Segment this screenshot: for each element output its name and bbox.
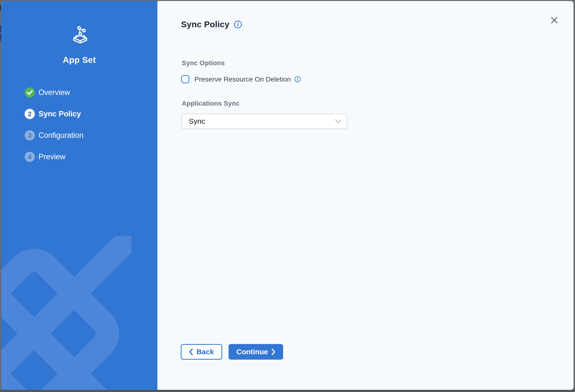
step-number: 4 [24, 152, 35, 162]
step-label: Preview [39, 152, 65, 161]
info-icon[interactable] [294, 76, 301, 83]
step-sync-policy[interactable]: 2 Sync Policy [24, 109, 83, 119]
sync-options-label: Sync Options [182, 59, 225, 67]
continue-button[interactable]: Continue [229, 344, 283, 360]
chevron-down-icon [335, 119, 341, 123]
preserve-resource-row: Preserve Resource On Deletion [181, 75, 301, 83]
page-title: Sync Policy [181, 20, 230, 29]
close-icon[interactable] [550, 16, 559, 25]
chevron-right-icon [271, 349, 275, 355]
step-label: Sync Policy [39, 110, 81, 118]
step-label: Overview [39, 88, 70, 97]
page-title-row: Sync Policy [181, 20, 242, 29]
back-button-label: Back [196, 348, 214, 356]
appset-git-box-icon [71, 25, 89, 45]
applications-sync-select-value: Sync [189, 117, 335, 125]
step-overview[interactable]: Overview [24, 87, 83, 98]
continue-button-label: Continue [236, 348, 268, 356]
back-button[interactable]: Back [181, 344, 222, 360]
step-number: 3 [24, 130, 35, 140]
applications-sync-label: Applications Sync [182, 100, 240, 107]
wizard-footer: Back Continue [181, 344, 283, 360]
wizard-sidebar: App Set Overview 2 Sync Policy 3 Configu… [1, 1, 157, 390]
preserve-resource-checkbox[interactable] [181, 75, 189, 83]
check-icon [27, 90, 33, 95]
step-label: Configuration [39, 131, 83, 140]
preserve-resource-label: Preserve Resource On Deletion [194, 75, 291, 83]
wizard-title: App Set [1, 55, 157, 65]
wizard-steps: Overview 2 Sync Policy 3 Configuration 4… [24, 87, 83, 173]
step-number: 2 [24, 109, 35, 119]
watermark-logo [1, 236, 132, 390]
chevron-left-icon [189, 349, 193, 355]
backdrop-bottom-strip [0, 390, 575, 392]
step-configuration[interactable]: 3 Configuration [24, 130, 83, 140]
step-preview[interactable]: 4 Preview [24, 152, 83, 162]
wizard-main-panel: Sync Policy Sync Options Preserve Resour… [157, 1, 574, 390]
app-set-wizard-modal: App Set Overview 2 Sync Policy 3 Configu… [1, 1, 574, 390]
info-icon[interactable] [234, 20, 242, 29]
step-completed-circle [24, 87, 35, 98]
applications-sync-select[interactable]: Sync [182, 114, 347, 129]
backdrop-text-fragment [0, 5, 1, 11]
